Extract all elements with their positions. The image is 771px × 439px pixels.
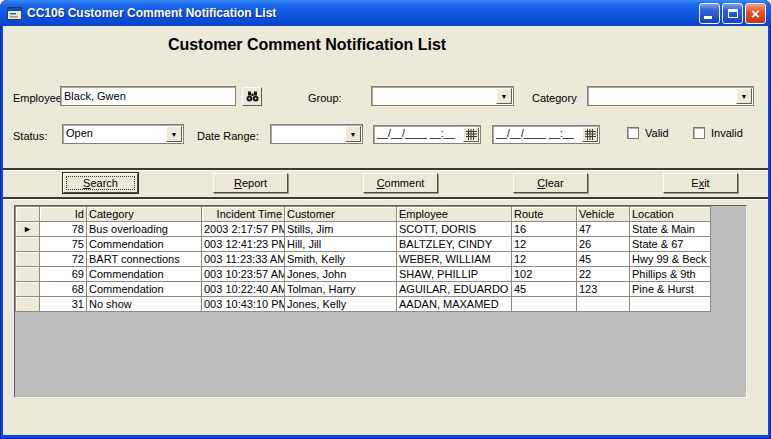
maximize-icon <box>728 9 738 18</box>
window-title: CC106 Customer Comment Notification List <box>27 6 699 20</box>
cell-vehicle[interactable]: 47 <box>577 222 630 237</box>
cell-location[interactable]: Pine & Hurst <box>630 282 711 297</box>
title-bar[interactable]: CC106 Customer Comment Notification List… <box>0 0 771 26</box>
cell-id[interactable]: 78 <box>40 222 87 237</box>
date-to-field[interactable]: __/__/____ __:__ <box>492 125 600 144</box>
maximize-button[interactable] <box>722 3 743 24</box>
cell-customer[interactable]: Tolman, Harry <box>285 282 397 297</box>
cell-vehicle[interactable]: 22 <box>577 267 630 282</box>
grid-header-category[interactable]: Category <box>87 207 202 222</box>
close-button[interactable]: × <box>745 3 766 24</box>
cell-location[interactable]: State & Main <box>630 222 711 237</box>
cell-category[interactable]: Commendation <box>87 267 202 282</box>
cell-category[interactable]: No show <box>87 297 202 312</box>
cell-employee[interactable]: SHAW, PHILLIP <box>397 267 512 282</box>
table-row: 72 BART connections 003 11:23:33 AM Smit… <box>16 252 711 267</box>
date-from-field[interactable]: __/__/____ __:__ <box>373 125 481 144</box>
valid-checkbox-box[interactable] <box>627 127 639 139</box>
cell-employee[interactable]: WEBER, WILLIAM <box>397 252 512 267</box>
cell-employee[interactable]: SCOTT, DORIS <box>397 222 512 237</box>
grid-header-vehicle[interactable]: Vehicle <box>577 207 630 222</box>
grid-header-route[interactable]: Route <box>512 207 577 222</box>
minimize-button[interactable] <box>699 3 720 24</box>
cell-vehicle[interactable]: 26 <box>577 237 630 252</box>
cell-route[interactable]: 12 <box>512 237 577 252</box>
cell-customer[interactable]: Stills, Jim <box>285 222 397 237</box>
row-selector[interactable]: ► <box>16 222 40 237</box>
cell-location[interactable]: Hwy 99 & Beck <box>630 252 711 267</box>
status-combobox[interactable]: Open ▼ <box>62 124 184 144</box>
grid-header-location[interactable]: Location <box>630 207 711 222</box>
row-selector[interactable] <box>16 282 40 297</box>
cell-route[interactable]: 45 <box>512 282 577 297</box>
close-icon: × <box>746 4 765 23</box>
cell-id[interactable]: 72 <box>40 252 87 267</box>
row-selector[interactable] <box>16 297 40 312</box>
cell-employee[interactable]: AADAN, MAXAMED <box>397 297 512 312</box>
category-combobox[interactable]: ▼ <box>587 86 754 106</box>
cell-customer[interactable]: Hill, Jill <box>285 237 397 252</box>
cell-location[interactable]: State & 67 <box>630 237 711 252</box>
cell-route[interactable]: 12 <box>512 252 577 267</box>
cell-route[interactable]: 102 <box>512 267 577 282</box>
valid-checkbox[interactable]: Valid <box>627 127 669 139</box>
clear-button-label: Clear <box>537 177 563 189</box>
results-datagrid[interactable]: Id Category Incident Time Customer Emplo… <box>14 205 747 398</box>
cell-category[interactable]: Commendation <box>87 282 202 297</box>
report-button[interactable]: Report <box>213 173 288 193</box>
employee-find-button[interactable] <box>242 87 262 106</box>
cell-incident-time[interactable]: 003 11:23:33 AM <box>202 252 285 267</box>
exit-button[interactable]: Exit <box>663 173 738 193</box>
cell-vehicle[interactable] <box>577 297 630 312</box>
group-combobox[interactable]: ▼ <box>371 86 514 106</box>
row-selector[interactable] <box>16 252 40 267</box>
cell-route[interactable]: 16 <box>512 222 577 237</box>
status-dropdown-button[interactable]: ▼ <box>166 126 182 142</box>
cell-vehicle[interactable]: 45 <box>577 252 630 267</box>
cell-incident-time[interactable]: 003 10:23:57 AM <box>202 267 285 282</box>
search-button[interactable]: Search <box>63 173 138 193</box>
cell-category[interactable]: Bus overloading <box>87 222 202 237</box>
cell-category[interactable]: BART connections <box>87 252 202 267</box>
cell-customer[interactable]: Smith, Kelly <box>285 252 397 267</box>
clear-button[interactable]: Clear <box>513 173 588 193</box>
grid-header-employee[interactable]: Employee <box>397 207 512 222</box>
category-dropdown-button[interactable]: ▼ <box>736 88 752 104</box>
date-range-combobox[interactable]: ▼ <box>270 124 363 144</box>
cell-employee[interactable]: AGUILAR, EDUARDO <box>397 282 512 297</box>
cell-category[interactable]: Commendation <box>87 237 202 252</box>
cell-vehicle[interactable]: 123 <box>577 282 630 297</box>
table-row: 69 Commendation 003 10:23:57 AM Jones, J… <box>16 267 711 282</box>
invalid-checkbox[interactable]: Invalid <box>693 127 743 139</box>
date-range-dropdown-button[interactable]: ▼ <box>345 126 361 142</box>
cell-id[interactable]: 68 <box>40 282 87 297</box>
cell-location[interactable] <box>630 297 711 312</box>
group-label: Group: <box>308 92 342 104</box>
cell-incident-time[interactable]: 003 10:22:40 AM <box>202 282 285 297</box>
grid-header-customer[interactable]: Customer <box>285 207 397 222</box>
cell-id[interactable]: 69 <box>40 267 87 282</box>
invalid-checkbox-box[interactable] <box>693 127 705 139</box>
cell-incident-time[interactable]: 003 10:43:10 PM <box>202 297 285 312</box>
cell-location[interactable]: Phillips & 9th <box>630 267 711 282</box>
cell-incident-time[interactable]: 2003 2:17:57 PM <box>202 222 285 237</box>
cell-id[interactable]: 31 <box>40 297 87 312</box>
cell-id[interactable]: 75 <box>40 237 87 252</box>
comment-button[interactable]: Comment <box>363 173 438 193</box>
date-from-picker-button[interactable] <box>463 127 479 142</box>
binoculars-icon <box>246 91 259 102</box>
grid-header-selector <box>16 207 40 222</box>
chevron-down-icon: ▼ <box>497 89 511 104</box>
row-selector[interactable] <box>16 267 40 282</box>
cell-route[interactable] <box>512 297 577 312</box>
grid-header-incident-time[interactable]: Incident Time <box>202 207 285 222</box>
date-to-picker-button[interactable] <box>582 127 598 142</box>
employee-input[interactable] <box>60 86 236 106</box>
cell-incident-time[interactable]: 003 12:41:23 PM <box>202 237 285 252</box>
group-dropdown-button[interactable]: ▼ <box>496 88 512 104</box>
cell-employee[interactable]: BALTZLEY, CINDY <box>397 237 512 252</box>
cell-customer[interactable]: Jones, Kelly <box>285 297 397 312</box>
grid-header-id[interactable]: Id <box>40 207 87 222</box>
cell-customer[interactable]: Jones, John <box>285 267 397 282</box>
row-selector[interactable] <box>16 237 40 252</box>
